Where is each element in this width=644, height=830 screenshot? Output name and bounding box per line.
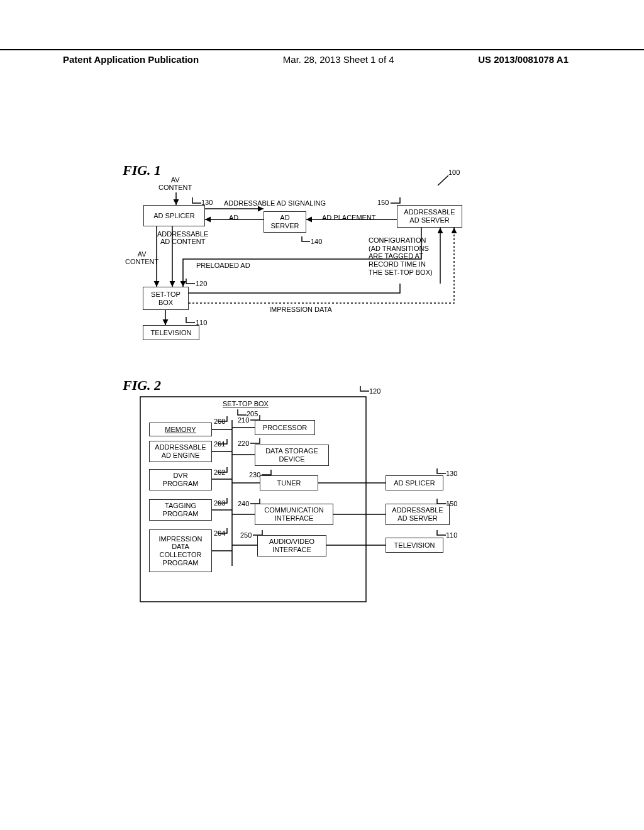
fig2-addr-engine-text: ADDRESSABLEAD ENGINE <box>155 443 206 459</box>
fig2-tuner-text: TUNER <box>277 479 301 487</box>
fig2-ref-130: 130 <box>446 470 457 477</box>
fig2-splicer-box: AD SPLICER <box>386 475 443 490</box>
fig2-ref-220: 220 <box>238 440 249 447</box>
fig2-addr-server-box: ADDRESSABLEAD SERVER <box>386 504 450 525</box>
fig2-processor-text: PROCESSOR <box>263 424 307 432</box>
fig2-impression-box: IMPRESSIONDATACOLLECTORPROGRAM <box>149 529 212 572</box>
fig2-ref-240: 240 <box>238 500 249 507</box>
fig2-avif-text: AUDIO/VIDEOINTERFACE <box>269 538 314 553</box>
fig2-addr-engine-box: ADDRESSABLEAD ENGINE <box>149 441 212 462</box>
fig2-ref-120: 120 <box>369 387 380 395</box>
fig2-impression-text: IMPRESSIONDATACOLLECTORPROGRAM <box>158 535 202 567</box>
fig2-splicer-text: AD SPLICER <box>394 479 435 487</box>
fig2-ref-210: 210 <box>238 416 249 424</box>
fig2-tagging-text: TAGGINGPROGRAM <box>163 502 199 517</box>
fig2-ref-260: 260 <box>214 418 225 425</box>
fig2-memory-box: MEMORY <box>149 423 212 436</box>
fig2-ref-250: 250 <box>240 531 252 539</box>
fig2-memory-text: MEMORY <box>165 426 196 434</box>
fig2-dsd-box: DATA STORAGEDEVICE <box>255 445 329 466</box>
fig2-comm-text: COMMUNICATIONINTERFACE <box>264 506 324 522</box>
fig2-ref-110: 110 <box>446 531 457 539</box>
fig2-dsd-text: DATA STORAGEDEVICE <box>265 447 318 463</box>
fig2-ref-262: 262 <box>214 468 225 476</box>
fig2-dvr-box: DVRPROGRAM <box>149 469 212 490</box>
fig2-processor-box: PROCESSOR <box>255 420 315 435</box>
fig2-ref-264: 264 <box>214 529 225 537</box>
fig2-title: SET-TOP BOX <box>223 400 269 407</box>
fig2-tagging-box: TAGGINGPROGRAM <box>149 499 212 521</box>
fig2-svg <box>0 0 644 830</box>
fig2-ref-150: 150 <box>446 500 457 507</box>
fig2-tv-text: TELEVISION <box>394 541 435 550</box>
fig2-addr-server-text: ADDRESSABLEAD SERVER <box>392 506 443 522</box>
fig2-tuner-box: TUNER <box>260 475 318 490</box>
fig2-ref-230: 230 <box>249 471 260 479</box>
fig2-ref-263: 263 <box>214 499 225 507</box>
fig2-ref-261: 261 <box>214 440 225 448</box>
fig2-dvr-text: DVRPROGRAM <box>163 472 199 487</box>
fig2-comm-box: COMMUNICATIONINTERFACE <box>255 504 333 525</box>
fig2-tv-box: TELEVISION <box>386 538 443 553</box>
fig2-avif-box: AUDIO/VIDEOINTERFACE <box>257 535 326 556</box>
